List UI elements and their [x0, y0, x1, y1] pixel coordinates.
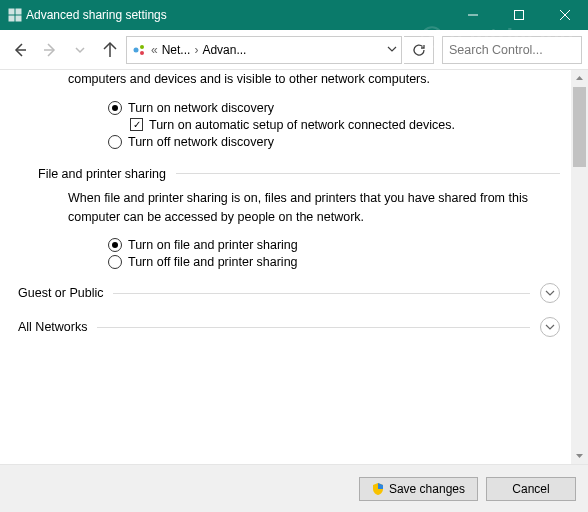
content-area: computers and devices and is visible to …: [0, 70, 588, 464]
svg-rect-5: [515, 11, 524, 20]
network-icon: [131, 42, 147, 58]
back-button[interactable]: [6, 36, 34, 64]
breadcrumb-prev-icon: «: [151, 43, 158, 57]
cancel-button[interactable]: Cancel: [486, 477, 576, 501]
refresh-button[interactable]: [404, 36, 434, 64]
radio-icon: [108, 255, 122, 269]
radio-network-discovery-on[interactable]: Turn on network discovery: [108, 101, 560, 115]
profile-guest-public[interactable]: Guest or Public: [18, 283, 560, 303]
app-icon: [8, 8, 22, 22]
checkbox-auto-setup[interactable]: ✓ Turn on automatic setup of network con…: [130, 118, 560, 132]
recent-dropdown[interactable]: [66, 36, 94, 64]
minimize-button[interactable]: [450, 0, 496, 30]
network-discovery-desc: computers and devices and is visible to …: [68, 70, 560, 89]
footer: Save changes Cancel: [0, 464, 588, 512]
scroll-up-icon[interactable]: [571, 70, 588, 87]
svg-rect-2: [9, 16, 14, 21]
window-title: Advanced sharing settings: [22, 8, 450, 22]
radio-icon: [108, 135, 122, 149]
chevron-down-icon: [540, 283, 560, 303]
shield-icon: [372, 483, 384, 495]
nav-bar: « Net... › Advan... Search Control...: [0, 30, 588, 70]
scroll-down-icon[interactable]: [571, 447, 588, 464]
radio-network-discovery-off[interactable]: Turn off network discovery: [108, 135, 560, 149]
profile-all-networks[interactable]: All Networks: [18, 317, 560, 337]
save-button[interactable]: Save changes: [359, 477, 478, 501]
breadcrumb-item[interactable]: Net...: [162, 43, 191, 57]
up-button[interactable]: [96, 36, 124, 64]
radio-file-printer-off[interactable]: Turn off file and printer sharing: [108, 255, 560, 269]
radio-file-printer-on[interactable]: Turn on file and printer sharing: [108, 238, 560, 252]
vertical-scrollbar[interactable]: [571, 70, 588, 464]
svg-point-15: [140, 51, 144, 55]
svg-rect-3: [16, 16, 21, 21]
scroll-track[interactable]: [571, 87, 588, 447]
section-file-printer-sharing: File and printer sharing: [38, 167, 560, 181]
radio-icon: [108, 238, 122, 252]
close-button[interactable]: [542, 0, 588, 30]
title-bar: Advanced sharing settings: [0, 0, 588, 30]
file-printer-desc: When file and printer sharing is on, fil…: [68, 189, 560, 227]
svg-rect-1: [16, 9, 21, 14]
maximize-button[interactable]: [496, 0, 542, 30]
forward-button[interactable]: [36, 36, 64, 64]
address-bar[interactable]: « Net... › Advan...: [126, 36, 402, 64]
chevron-right-icon: ›: [194, 43, 198, 57]
address-dropdown[interactable]: [387, 43, 397, 57]
scroll-thumb[interactable]: [573, 87, 586, 167]
svg-point-14: [140, 45, 144, 49]
svg-point-13: [134, 47, 139, 52]
breadcrumb-item[interactable]: Advan...: [202, 43, 246, 57]
checkbox-icon: ✓: [130, 118, 143, 131]
search-input[interactable]: Search Control...: [442, 36, 582, 64]
radio-icon: [108, 101, 122, 115]
svg-rect-0: [9, 9, 14, 14]
chevron-down-icon: [540, 317, 560, 337]
